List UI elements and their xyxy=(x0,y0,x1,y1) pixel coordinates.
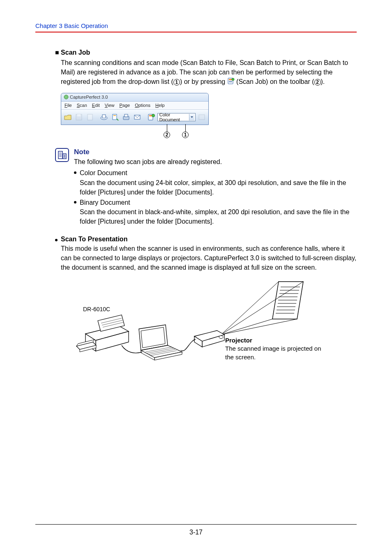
svg-point-18 xyxy=(152,114,155,117)
callout-label-2: 2 xyxy=(164,132,170,138)
stp-desc: This mode is useful when the scanner is … xyxy=(55,244,357,273)
svg-rect-19 xyxy=(199,115,205,120)
svg-rect-3 xyxy=(229,82,232,82)
svg-rect-10 xyxy=(102,115,106,118)
menu-file[interactable]: File xyxy=(65,103,72,108)
window-titlebar: CapturePerfect 3.0 xyxy=(61,93,208,102)
app-screenshot: CapturePerfect 3.0 File Scan Edit View P… xyxy=(61,93,209,125)
callout-label-1: 1 xyxy=(182,132,189,138)
menu-page[interactable]: Page xyxy=(119,103,130,108)
toolbar-scan-to-print-button[interactable] xyxy=(121,112,131,123)
diagram-projector-title: Projector xyxy=(225,337,252,344)
svg-rect-7 xyxy=(77,114,81,116)
job-dropdown-value: Color Document xyxy=(159,112,189,122)
svg-rect-12 xyxy=(113,115,116,116)
diagram-projector-desc: The scanned image is projected on the sc… xyxy=(225,345,321,360)
callout-1-inline: 1 xyxy=(173,79,180,86)
toolbar-open-button[interactable] xyxy=(63,112,73,123)
chapter-header: Chapter 3 Basic Operation xyxy=(35,22,357,29)
scan-job-title: Scan Job xyxy=(61,49,90,56)
diagram-scanner-label: DR-6010C xyxy=(83,306,110,312)
menu-scan[interactable]: Scan xyxy=(77,103,87,108)
svg-rect-8 xyxy=(88,114,92,120)
scan-job-desc: The scanning conditions and scan mode (S… xyxy=(55,58,357,87)
diagram-projector-label: Projector The scanned image is projected… xyxy=(225,336,324,361)
scan-job-heading: ■ Scan Job xyxy=(55,49,357,56)
header-rule xyxy=(35,32,357,32)
toolbar-scan-job-button[interactable] xyxy=(146,112,157,123)
window-title: CapturePerfect 3.0 xyxy=(70,95,108,99)
scan-job-desc-mid1: ) or by pressing xyxy=(180,78,227,85)
svg-line-41 xyxy=(221,282,279,335)
page-number: 3-17 xyxy=(35,529,357,536)
callout-2-inline: 2 xyxy=(314,79,321,86)
svg-rect-11 xyxy=(113,114,117,120)
svg-line-42 xyxy=(221,319,297,335)
app-icon xyxy=(64,95,69,99)
svg-rect-20 xyxy=(58,151,62,159)
scan-job-desc-mid2: (Scan Job) on the toolbar ( xyxy=(235,78,314,85)
svg-rect-2 xyxy=(229,81,232,81)
note-icon xyxy=(55,148,69,162)
toolbar-doc-button xyxy=(85,112,95,123)
menu-edit[interactable]: Edit xyxy=(92,103,100,108)
note-item-1-title: Color Document xyxy=(80,169,127,176)
dropdown-arrow-icon[interactable] xyxy=(189,114,194,120)
toolbar-scan-button[interactable] xyxy=(99,112,109,123)
svg-point-43 xyxy=(219,336,223,339)
screenshot-callouts: 1 2 xyxy=(61,126,209,141)
menu-view[interactable]: View xyxy=(105,103,115,108)
svg-point-4 xyxy=(232,78,234,81)
note-intro: The following two scan jobs are already … xyxy=(74,157,357,166)
menu-options[interactable]: Options xyxy=(135,103,150,108)
svg-line-39 xyxy=(221,319,272,335)
note-item-2-title: Binary Document xyxy=(80,199,130,206)
footer-rule xyxy=(35,524,357,525)
toolbar-scan-to-file-button[interactable] xyxy=(110,112,120,123)
menubar[interactable]: File Scan Edit View Page Options Help xyxy=(61,102,208,110)
note-item-1-desc: Scan the document using 24-bit color, si… xyxy=(80,179,346,196)
job-dropdown[interactable]: Color Document xyxy=(157,113,196,121)
menu-help[interactable]: Help xyxy=(155,103,165,108)
note-title: Note xyxy=(74,148,357,156)
svg-point-5 xyxy=(64,95,68,99)
bullet-icon xyxy=(74,171,76,174)
svg-rect-25 xyxy=(63,154,66,159)
toolbar-save-button xyxy=(74,112,84,123)
stp-title: Scan To Presentation xyxy=(61,236,127,243)
scan-job-icon-inline xyxy=(227,77,235,87)
toolbar-last-button xyxy=(196,112,207,123)
presentation-diagram: DR-6010C Projector The scanned image is … xyxy=(61,280,324,374)
toolbar-scan-to-mail-button[interactable] xyxy=(132,112,142,123)
toolbar: Color Document xyxy=(61,110,208,125)
scan-job-desc-end: ). xyxy=(321,78,325,85)
bullet-icon xyxy=(74,201,76,204)
svg-rect-17 xyxy=(149,115,152,116)
note-item-2-desc: Scan the document in black-and-white, si… xyxy=(80,208,349,225)
bullet-icon xyxy=(55,239,58,241)
note-block: Note The following two scan jobs are alr… xyxy=(55,148,357,226)
svg-rect-14 xyxy=(125,114,128,117)
